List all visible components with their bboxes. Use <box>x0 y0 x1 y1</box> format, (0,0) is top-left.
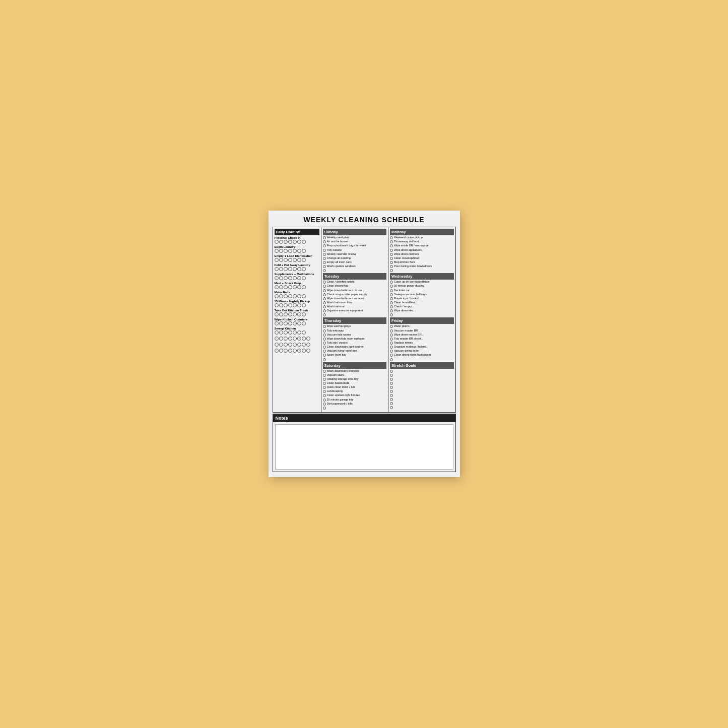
bubble[interactable] <box>279 294 283 298</box>
task-circle[interactable] <box>323 334 326 337</box>
task-circle[interactable] <box>390 285 393 288</box>
bubble[interactable] <box>275 349 279 353</box>
bubble[interactable] <box>297 321 301 325</box>
task-circle[interactable] <box>323 394 326 397</box>
bubble[interactable] <box>288 337 292 341</box>
bubble[interactable] <box>306 343 310 347</box>
bubble[interactable] <box>279 330 283 335</box>
bubble[interactable] <box>279 337 283 341</box>
task-circle[interactable] <box>390 265 393 268</box>
task-circle[interactable] <box>390 249 393 252</box>
task-circle[interactable] <box>390 402 393 405</box>
bubble[interactable] <box>302 343 306 347</box>
bubble[interactable] <box>279 349 283 353</box>
task-circle[interactable] <box>323 386 326 389</box>
bubble[interactable] <box>302 312 306 316</box>
task-circle[interactable] <box>323 338 326 341</box>
task-circle[interactable] <box>390 313 393 316</box>
bubble[interactable] <box>306 349 310 353</box>
task-circle[interactable] <box>323 301 326 304</box>
task-circle[interactable] <box>323 244 326 247</box>
task-circle[interactable] <box>323 346 326 349</box>
bubble[interactable] <box>293 240 297 244</box>
task-circle[interactable] <box>390 342 393 345</box>
task-circle[interactable] <box>323 350 326 353</box>
task-circle[interactable] <box>323 261 326 264</box>
bubble[interactable] <box>293 258 297 262</box>
bubble[interactable] <box>284 294 288 298</box>
bubble[interactable] <box>288 249 292 253</box>
bubble[interactable] <box>297 294 301 298</box>
task-circle[interactable] <box>323 281 326 284</box>
bubble[interactable] <box>288 276 292 280</box>
bubble[interactable] <box>279 258 283 262</box>
bubble[interactable] <box>279 343 283 347</box>
task-circle[interactable] <box>323 403 326 406</box>
task-circle[interactable] <box>323 374 326 377</box>
bubble[interactable] <box>293 343 297 347</box>
task-circle[interactable] <box>323 342 326 345</box>
bubble[interactable] <box>293 312 297 316</box>
bubble[interactable] <box>275 330 279 335</box>
bubble[interactable] <box>297 267 301 271</box>
task-circle[interactable] <box>323 399 326 402</box>
task-circle[interactable] <box>390 346 393 349</box>
task-circle[interactable] <box>323 309 326 312</box>
bubble[interactable] <box>288 258 292 262</box>
task-circle[interactable] <box>323 240 326 243</box>
task-circle[interactable] <box>390 350 393 353</box>
bubble[interactable] <box>293 294 297 298</box>
bubble[interactable] <box>293 330 297 335</box>
task-circle[interactable] <box>323 249 326 252</box>
task-circle[interactable] <box>323 358 326 361</box>
bubble[interactable] <box>284 285 288 289</box>
bubble[interactable] <box>284 258 288 262</box>
bubble[interactable] <box>297 240 301 244</box>
task-circle[interactable] <box>390 297 393 300</box>
bubble[interactable] <box>306 337 310 341</box>
bubble[interactable] <box>284 312 288 316</box>
bubble[interactable] <box>284 249 288 253</box>
bubble[interactable] <box>297 337 301 341</box>
bubble[interactable] <box>275 240 279 244</box>
bubble[interactable] <box>293 285 297 289</box>
bubble[interactable] <box>293 349 297 353</box>
task-circle[interactable] <box>390 257 393 260</box>
bubble[interactable] <box>302 337 306 341</box>
task-circle[interactable] <box>390 301 393 304</box>
bubble[interactable] <box>279 321 283 325</box>
bubble[interactable] <box>284 337 288 341</box>
bubble[interactable] <box>275 294 279 298</box>
bubble[interactable] <box>288 321 292 325</box>
task-circle[interactable] <box>323 257 326 260</box>
bubble[interactable] <box>288 285 292 289</box>
task-circle[interactable] <box>390 281 393 284</box>
bubble[interactable] <box>293 249 297 253</box>
task-circle[interactable] <box>390 354 393 357</box>
bubble[interactable] <box>297 343 301 347</box>
bubble[interactable] <box>275 285 279 289</box>
task-circle[interactable] <box>323 390 326 393</box>
task-circle[interactable] <box>390 382 393 385</box>
task-circle[interactable] <box>390 293 393 296</box>
bubble[interactable] <box>288 312 292 316</box>
task-circle[interactable] <box>390 390 393 393</box>
bubble[interactable] <box>275 337 279 341</box>
bubble[interactable] <box>302 276 306 280</box>
bubble[interactable] <box>297 349 301 353</box>
bubble[interactable] <box>284 343 288 347</box>
bubble[interactable] <box>275 249 279 253</box>
bubble[interactable] <box>275 312 279 316</box>
bubble[interactable] <box>302 249 306 253</box>
task-circle[interactable] <box>323 269 326 272</box>
bubble[interactable] <box>279 303 283 307</box>
bubble[interactable] <box>302 330 306 335</box>
task-circle[interactable] <box>323 236 326 239</box>
task-circle[interactable] <box>323 329 326 333</box>
task-circle[interactable] <box>390 398 393 401</box>
bubble[interactable] <box>275 267 279 271</box>
task-circle[interactable] <box>390 406 393 409</box>
task-circle[interactable] <box>390 334 393 337</box>
bubble[interactable] <box>297 276 301 280</box>
bubble[interactable] <box>284 240 288 244</box>
